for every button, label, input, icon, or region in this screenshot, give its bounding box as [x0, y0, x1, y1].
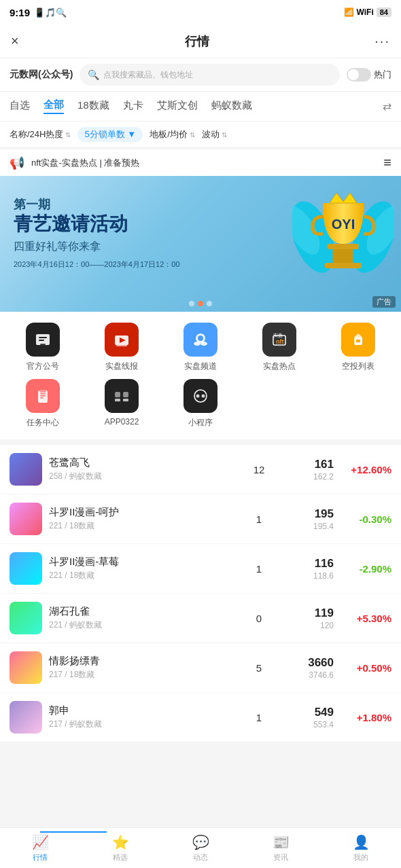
bottom-nav: 📈 行情 ⭐ 精选 💬 动态 📰 资讯 👤 我的	[0, 827, 401, 868]
svg-text:实盘: 实盘	[273, 333, 283, 338]
item-price-4: 3660 3746.6	[279, 656, 334, 680]
nav-dynamic[interactable]: 💬 动态	[160, 829, 241, 868]
price-sub-3: 120	[279, 621, 334, 630]
item-change-5: +1.80%	[341, 712, 391, 723]
item-info-5: 郭申 217 / 蚂蚁数藏	[49, 704, 239, 730]
list-item[interactable]: 斗罗II漫画-呵护 221 / 18数藏 1 195 195.4 -0.30%	[0, 494, 401, 544]
menu-channel[interactable]: 实盘频道	[164, 323, 237, 372]
featured-icon: ⭐	[112, 834, 129, 850]
wifi-icon: WiFi	[357, 7, 374, 17]
menu-hot[interactable]: nft 实盘 实盘热点	[243, 323, 315, 372]
more-button[interactable]: ···	[374, 33, 390, 49]
announcement-bar: 📢 nft实盘-实盘热点 | 准备预热 ≡	[0, 149, 401, 176]
svg-point-18	[194, 342, 201, 346]
menu-task-label: 任务中心	[27, 417, 59, 429]
banner-dots	[189, 301, 212, 306]
hot-icon: nft 实盘	[262, 323, 296, 357]
item-name-5: 郭申	[49, 704, 239, 717]
menu-mini[interactable]: 小程序	[164, 379, 237, 429]
item-change-3: +5.30%	[341, 613, 391, 624]
svg-marker-8	[330, 193, 357, 203]
filter-lock-arrow: ▼	[127, 129, 136, 139]
nav-market[interactable]: 📈 行情	[0, 829, 80, 868]
official-icon	[26, 323, 60, 357]
svg-text:nft: nft	[276, 338, 284, 345]
item-price-3: 119 120	[279, 607, 334, 630]
banner-title: 青艺邀请活动	[14, 213, 180, 236]
price-main-0: 161	[279, 458, 334, 471]
banner[interactable]: 第一期 青艺邀请活动 四重好礼等你来拿 2023年4月16日12：00——202…	[0, 176, 401, 312]
menu-airdrop[interactable]: 空投列表	[322, 323, 394, 372]
filter-wave[interactable]: 波动 ⇅	[202, 128, 227, 141]
app-icon	[105, 379, 139, 413]
nav-news[interactable]: 📰 资讯	[241, 829, 321, 868]
nav-news-label: 资讯	[273, 852, 288, 863]
item-name-4: 情影扬缥青	[49, 655, 239, 668]
hot-label: 热门	[374, 69, 391, 81]
status-time: 9:19	[10, 7, 30, 18]
hot-switch[interactable]	[347, 68, 371, 82]
nav-featured[interactable]: ⭐ 精选	[80, 829, 160, 868]
price-sub-4: 3746.6	[279, 670, 334, 680]
tab-all[interactable]: 全部	[43, 98, 64, 114]
item-avatar-3	[10, 602, 42, 634]
svg-rect-33	[115, 399, 120, 401]
svg-text:OYI: OYI	[332, 217, 355, 232]
list-item[interactable]: 斗罗II漫画-草莓 221 / 18数藏 1 116 118.6 -2.90%	[0, 544, 401, 594]
filter-floor-avg[interactable]: 地板/均价 ⇅	[150, 128, 195, 141]
filter-name-heat-label: 名称/24H热度	[10, 128, 63, 141]
svg-rect-29	[40, 397, 43, 399]
price-sub-0: 162.2	[279, 472, 334, 482]
item-info-1: 斗罗II漫画-呵护 221 / 18数藏	[49, 506, 239, 532]
filter-name-heat[interactable]: 名称/24H热度 ⇅	[10, 128, 71, 141]
category-tabs: 自选 全部 18数藏 丸卡 艾斯文创 蚂蚁数藏 ⇄	[0, 92, 401, 122]
item-name-1: 斗罗II漫画-呵护	[49, 506, 239, 519]
filter-floor-label: 地板/均价	[150, 128, 188, 141]
nav-active-indicator	[40, 831, 107, 833]
list-item[interactable]: 苍鹭高飞 258 / 蚂蚁数藏 12 161 162.2 +12.60%	[0, 445, 401, 494]
svg-rect-34	[123, 399, 128, 401]
announcement-menu[interactable]: ≡	[383, 155, 391, 170]
tab-18digital[interactable]: 18数藏	[77, 99, 109, 113]
dynamic-icon: 💬	[192, 834, 209, 850]
news-icon: 📰	[273, 834, 290, 850]
hot-toggle[interactable]: 热门	[347, 68, 391, 82]
list-item[interactable]: 情影扬缥青 217 / 18数藏 5 3660 3746.6 +0.50%	[0, 643, 401, 693]
svg-rect-27	[40, 393, 46, 395]
tab-mayi[interactable]: 蚂蚁数藏	[211, 99, 252, 113]
menu-official[interactable]: 官方公号	[7, 323, 79, 372]
signal-icon: 📶	[344, 7, 354, 17]
close-button[interactable]: ×	[11, 33, 19, 49]
item-price-2: 116 118.6	[279, 557, 334, 581]
tab-aisi[interactable]: 艾斯文创	[157, 99, 198, 113]
battery-icon: 84	[377, 7, 391, 17]
item-count-3: 0	[245, 613, 273, 624]
filter-lock-count[interactable]: 5分锁单数 ▼	[77, 127, 143, 142]
item-meta-5: 217 / 蚂蚁数藏	[49, 719, 239, 730]
item-info-0: 苍鹭高飞 258 / 蚂蚁数藏	[49, 456, 239, 482]
list-item[interactable]: 湖石孔雀 221 / 蚂蚁数藏 0 119 120 +5.30%	[0, 594, 401, 643]
menu-channel-label: 实盘频道	[184, 361, 217, 372]
svg-rect-15	[116, 345, 127, 346]
sort-arrow-2: ⇅	[190, 131, 195, 139]
svg-rect-25	[356, 340, 360, 342]
menu-mini-label: 小程序	[188, 417, 213, 429]
menu-task[interactable]: 任务中心	[7, 379, 79, 429]
menu-app[interactable]: APP0322	[86, 379, 158, 429]
tab-more-arrow[interactable]: ⇄	[383, 100, 391, 113]
nav-mine[interactable]: 👤 我的	[321, 829, 401, 868]
tab-favorites[interactable]: 自选	[10, 99, 30, 113]
banner-content: 第一期 青艺邀请活动 四重好礼等你来拿 2023年4月16日12：00——202…	[14, 196, 180, 270]
item-meta-2: 221 / 18数藏	[49, 570, 239, 581]
search-input[interactable]: 🔍 点我搜索藏品、钱包地址	[80, 64, 340, 86]
nav-featured-label: 精选	[113, 852, 128, 863]
tab-maruka[interactable]: 丸卡	[123, 99, 143, 113]
filter-bar: 名称/24H热度 ⇅ 5分锁单数 ▼ 地板/均价 ⇅ 波动 ⇅	[0, 122, 401, 148]
menu-hot-label: 实盘热点	[263, 361, 296, 372]
svg-rect-12	[40, 344, 46, 345]
list-item[interactable]: 郭申 217 / 蚂蚁数藏 1 549 553.4 +1.80%	[0, 693, 401, 742]
banner-trophy-icon: OYI	[292, 183, 394, 291]
item-meta-3: 221 / 蚂蚁数藏	[49, 619, 239, 631]
menu-realtime[interactable]: 实盘线报	[86, 323, 158, 372]
sort-arrow-1: ⇅	[65, 131, 71, 139]
